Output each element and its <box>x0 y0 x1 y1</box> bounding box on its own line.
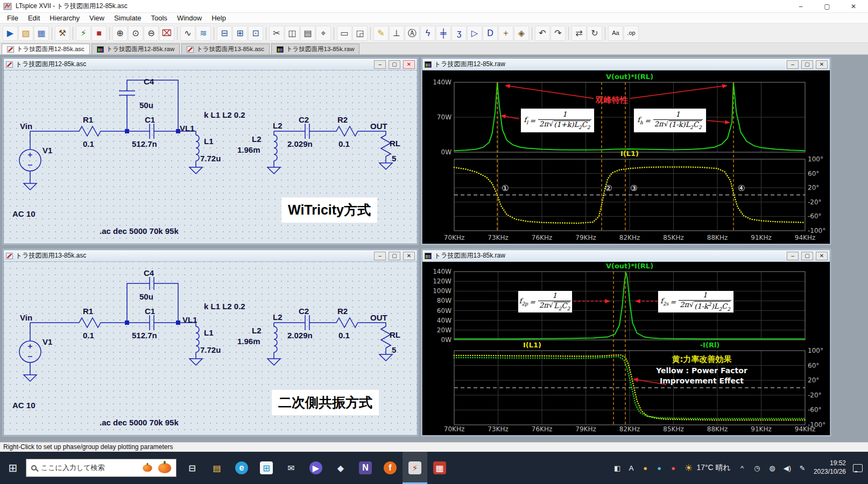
child-close-button[interactable]: ✕ <box>816 60 828 69</box>
menu-file[interactable]: File <box>2 14 23 22</box>
ground-icon[interactable] <box>24 375 37 381</box>
net-label-icon[interactable]: Ⓐ <box>405 26 420 41</box>
undo-icon[interactable]: ↶ <box>535 26 550 41</box>
file-explorer-icon[interactable]: ▤ <box>204 452 229 484</box>
child-maximize-button[interactable]: ▢ <box>389 60 400 69</box>
inductor-l1[interactable] <box>196 326 199 359</box>
tab-トラ技図面用13-85k.asc[interactable]: トラ技図面用13-85k.asc <box>181 44 270 54</box>
waveform-plot-area[interactable]: 140W70W0WV(out)*I(RL)100°60°20°-20°-60°-… <box>422 70 830 244</box>
cut-icon[interactable]: ✂ <box>269 26 284 41</box>
capacitor-c2[interactable] <box>305 315 332 330</box>
ground-icon[interactable] <box>189 167 202 174</box>
waveform-plot-area[interactable]: 140W120W100W80W60W40W20W0WV(out)*I(RL)10… <box>422 262 830 435</box>
menu-edit[interactable]: Edit <box>23 14 45 22</box>
tray-app-2-icon[interactable]: ● <box>655 464 664 472</box>
ground-icon[interactable] <box>189 359 202 365</box>
weather-widget[interactable]: ☀ 17°C 晴れ <box>684 462 731 474</box>
schematic-canvas[interactable]: C450uVinR10.1C1512.7nV1VL1k L1 L2 0.2L17… <box>4 262 417 435</box>
task-view-icon[interactable]: ⊟ <box>180 452 204 484</box>
wire[interactable] <box>362 131 386 135</box>
ground-icon[interactable] <box>267 359 280 365</box>
move-icon[interactable]: + <box>498 26 513 41</box>
tray-app-3-icon[interactable]: ● <box>669 464 678 472</box>
wire[interactable] <box>362 323 386 326</box>
media-app-icon[interactable]: ▶ <box>304 452 328 484</box>
voltage-source-v1[interactable] <box>19 323 41 375</box>
minimize-button[interactable]: – <box>789 1 812 12</box>
child-titlebar[interactable]: トラ技図面用13-85k.raw – ▢ ✕ <box>422 250 830 262</box>
menu-tools[interactable]: Tools <box>146 14 172 22</box>
autorange-icon[interactable]: ∿ <box>180 26 195 41</box>
resistor-r2[interactable] <box>332 126 362 136</box>
store-icon[interactable]: ⊞ <box>254 452 279 484</box>
capacitor-icon[interactable]: ╪ <box>436 26 451 41</box>
child-close-button[interactable]: ✕ <box>403 60 415 69</box>
chevron-up-icon[interactable]: ^ <box>738 464 746 472</box>
action-center-icon[interactable] <box>853 464 863 472</box>
edge-icon[interactable]: e <box>229 452 254 484</box>
menu-window[interactable]: Window <box>172 14 207 22</box>
ltspice-taskbar-icon[interactable]: ⚡ <box>403 452 427 484</box>
find-icon[interactable]: ⌖ <box>316 26 331 41</box>
child-close-button[interactable]: ✕ <box>816 252 828 260</box>
menu-help[interactable]: Help <box>207 14 231 22</box>
resistor-r1[interactable] <box>75 126 105 136</box>
paste-icon[interactable]: ▤ <box>300 26 315 41</box>
resistor-r2[interactable] <box>332 318 362 328</box>
ground-icon[interactable] <box>267 167 280 174</box>
child-maximize-button[interactable]: ▢ <box>389 252 400 260</box>
menu-simulate[interactable]: Simulate <box>109 14 146 22</box>
save-icon[interactable]: ▦ <box>34 26 49 41</box>
child-titlebar[interactable]: トラ技図面用12-85k.raw – ▢ ✕ <box>422 59 830 70</box>
control-panel-icon[interactable]: ⚒ <box>55 26 70 41</box>
run-icon[interactable]: ⚡ <box>76 26 91 41</box>
tab-トラ技図面用13-85k.raw[interactable]: トラ技図面用13-85k.raw <box>271 44 359 54</box>
child-minimize-button[interactable]: – <box>374 60 386 69</box>
volume-icon[interactable]: ◀) <box>783 464 792 472</box>
start-button[interactable]: ⊞ <box>0 452 26 484</box>
child-maximize-button[interactable]: ▢ <box>801 252 813 260</box>
child-maximize-button[interactable]: ▢ <box>801 60 813 69</box>
resistor-r1[interactable] <box>75 318 105 328</box>
plot-settings-icon[interactable]: ≋ <box>196 26 211 41</box>
text-icon[interactable]: Aa <box>608 26 623 41</box>
tab-トラ技図面用12-85k.raw[interactable]: トラ技図面用12-85k.raw <box>91 44 180 54</box>
ground-icon[interactable] <box>379 354 392 361</box>
capacitor-c1[interactable] <box>127 315 178 330</box>
copy-icon[interactable]: ◫ <box>285 26 300 41</box>
mail-icon[interactable]: ✉ <box>279 452 304 484</box>
halt-icon[interactable]: ■ <box>91 26 107 41</box>
search-box[interactable]: ここに入力して検索 <box>26 459 177 477</box>
child-minimize-button[interactable]: – <box>787 252 799 260</box>
menu-view[interactable]: View <box>84 14 109 22</box>
zoom-out-icon[interactable]: ⊖ <box>144 26 159 41</box>
ime-mode-indicator[interactable]: A <box>627 464 636 472</box>
pen-tray-icon[interactable]: ✎ <box>798 464 807 472</box>
menu-hierarchy[interactable]: Hierarchy <box>45 14 84 22</box>
close-button[interactable]: ✕ <box>842 1 865 12</box>
firefox-icon[interactable]: f <box>378 452 403 484</box>
editor-app-icon[interactable]: ▦ <box>427 452 452 484</box>
capacitor-c1[interactable] <box>127 124 178 139</box>
tray-app-1-icon[interactable]: ● <box>641 464 650 472</box>
child-titlebar[interactable]: トラ技図面用13-85k.asc – ▢ ✕ <box>4 250 417 262</box>
cascade-windows-icon[interactable]: ⊡ <box>248 26 263 41</box>
new-schematic-icon[interactable]: ▶ <box>3 26 18 41</box>
component-icon[interactable]: D <box>483 26 498 41</box>
ground-icon[interactable] <box>379 163 392 169</box>
mirror-icon[interactable]: ⇄ <box>571 26 587 41</box>
resistor-icon[interactable]: ϟ <box>420 26 435 41</box>
child-titlebar[interactable]: トラ技図面用12-85k.asc – ▢ ✕ <box>4 59 417 70</box>
wire-icon[interactable]: ✎ <box>373 26 389 41</box>
zoom-full-icon[interactable]: ⌧ <box>159 26 174 41</box>
child-minimize-button[interactable]: – <box>787 60 799 69</box>
spice-directive-icon[interactable]: .op <box>624 26 639 41</box>
rotate-icon[interactable]: ↻ <box>587 26 602 41</box>
inductor-icon[interactable]: ʒ <box>451 26 467 41</box>
redo-icon[interactable]: ↷ <box>551 26 566 41</box>
clock[interactable]: 19:52 2023/10/26 <box>814 459 846 476</box>
drag-icon[interactable]: ◈ <box>514 26 529 41</box>
print-icon[interactable]: ▭ <box>337 26 352 41</box>
capacitor-c2[interactable] <box>305 124 332 139</box>
schematic-canvas[interactable]: C450uVinR10.1C1512.7nV1VL1k L1 L2 0.2L17… <box>4 70 417 244</box>
